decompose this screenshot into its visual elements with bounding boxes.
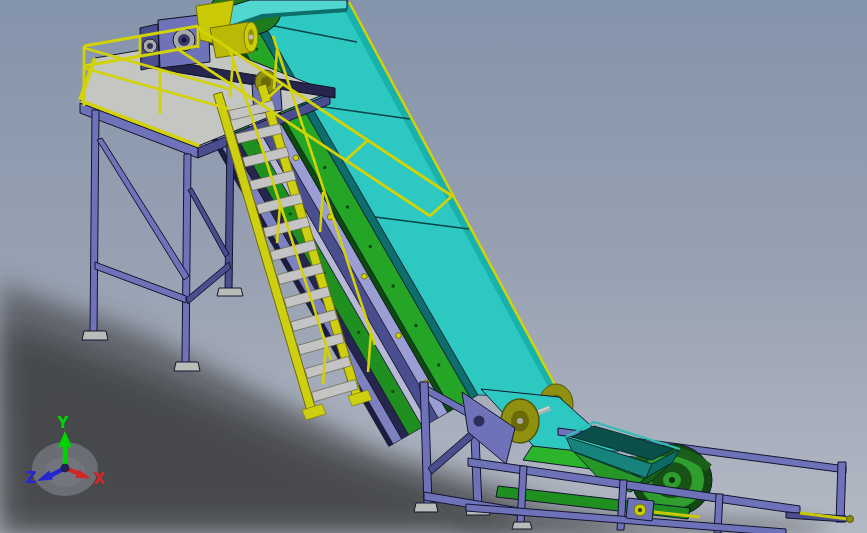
bearing-center xyxy=(182,38,187,43)
bracket-hole xyxy=(474,416,485,427)
base-plate xyxy=(217,288,243,296)
triad-origin xyxy=(61,464,69,472)
motor-shaft xyxy=(249,35,254,40)
x-axis-label: X xyxy=(93,470,105,488)
viewport-canvas[interactable]: Y Z X xyxy=(0,0,867,533)
tail-drum-axle xyxy=(669,477,675,483)
base-plate xyxy=(174,362,200,371)
platform-leg[interactable] xyxy=(182,154,191,364)
end-post[interactable] xyxy=(836,462,846,522)
bearing-bore xyxy=(147,43,153,49)
pulley-axle xyxy=(517,418,523,424)
base-plate xyxy=(512,522,532,529)
platform-leg[interactable] xyxy=(90,110,99,333)
screw-nut xyxy=(847,516,854,523)
cad-viewport[interactable]: Y Z X xyxy=(0,0,867,533)
base-plate xyxy=(82,331,108,340)
y-axis-label: Y xyxy=(57,414,70,432)
z-axis-label: Z xyxy=(26,469,37,487)
takeup-bearing-center xyxy=(638,508,642,512)
base-plate xyxy=(414,503,438,512)
